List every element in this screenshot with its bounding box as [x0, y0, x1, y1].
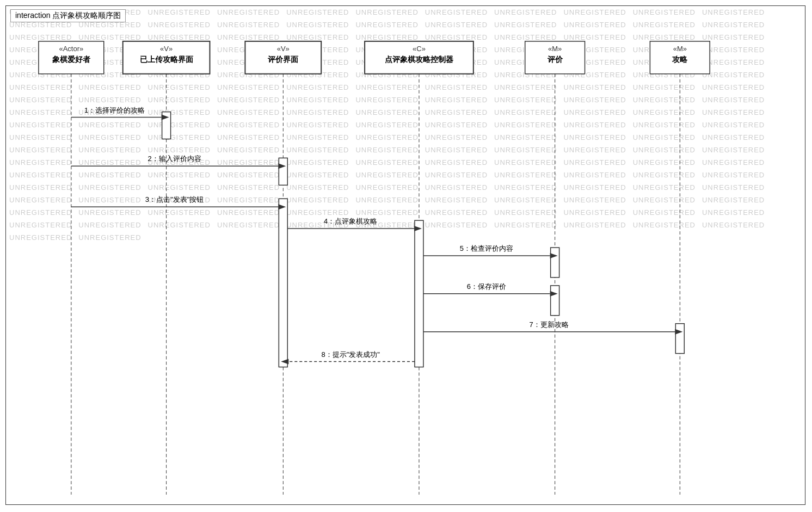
svg-rect-28 [279, 158, 287, 185]
svg-text:7：更新攻略: 7：更新攻略 [530, 320, 569, 329]
svg-text:评价: 评价 [548, 55, 563, 64]
svg-text:«V»: «V» [277, 45, 290, 53]
svg-text:已上传攻略界面: 已上传攻略界面 [140, 55, 193, 64]
svg-rect-32 [279, 199, 287, 367]
sequence-diagram: «Actor» 象棋爱好者 «V» 已上传攻略界面 «V» 评价界面 «C» 点… [6, 6, 805, 504]
svg-text:1：选择评价的攻略: 1：选择评价的攻略 [84, 106, 145, 114]
svg-text:«M»: «M» [548, 45, 562, 53]
svg-text:«Actor»: «Actor» [59, 45, 83, 53]
svg-text:3：点击"发表"按钮: 3：点击"发表"按钮 [145, 195, 204, 203]
svg-text:«M»: «M» [673, 45, 687, 53]
svg-text:5：检查评价内容: 5：检查评价内容 [460, 244, 513, 252]
svg-text:4：点评象棋攻略: 4：点评象棋攻略 [324, 217, 377, 225]
svg-text:评价界面: 评价界面 [268, 55, 298, 64]
svg-text:6：保存评价: 6：保存评价 [467, 282, 506, 291]
svg-rect-48 [675, 324, 684, 354]
svg-text:2：输入评价内容: 2：输入评价内容 [147, 155, 201, 163]
svg-text:«V»: «V» [160, 45, 173, 53]
diagram-title: interaction 点评象棋攻略顺序图 [10, 9, 126, 22]
svg-rect-44 [551, 286, 559, 316]
svg-text:象棋爱好者: 象棋爱好者 [52, 55, 91, 64]
svg-text:攻略: 攻略 [672, 55, 688, 64]
svg-text:8：提示"发表成功": 8：提示"发表成功" [321, 350, 380, 359]
svg-rect-36 [415, 220, 423, 367]
svg-text:点评象棋攻略控制器: 点评象棋攻略控制器 [385, 55, 454, 64]
svg-text:«C»: «C» [413, 45, 426, 53]
svg-rect-40 [551, 248, 559, 277]
diagram-container: UNREGISTEREDUNREGISTEREDUNREGISTEREDUNRE… [5, 5, 805, 505]
